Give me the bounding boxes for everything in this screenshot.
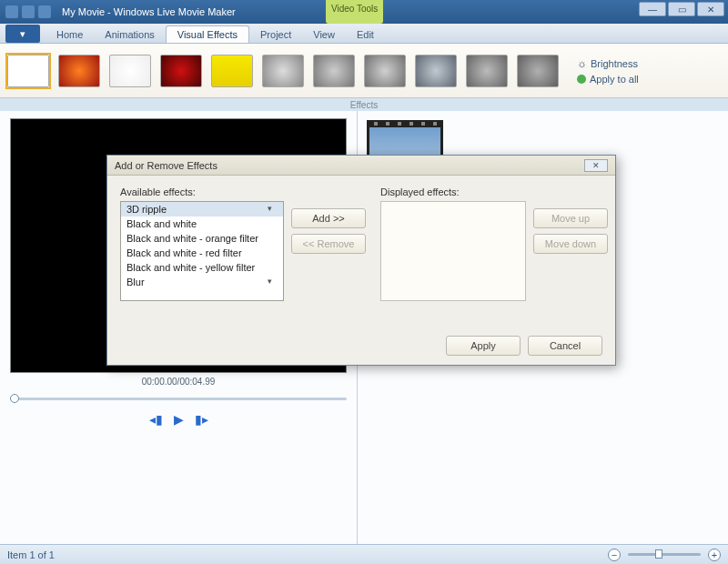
add-remove-effects-dialog: Add or Remove Effects ✕ Available effect… (106, 155, 616, 366)
zoom-thumb[interactable] (655, 549, 662, 559)
available-effects-label: Available effects: (120, 186, 284, 197)
list-item[interactable]: Black and white - orange filter (121, 231, 283, 246)
cancel-button[interactable]: Cancel (528, 336, 602, 356)
apply-button[interactable]: Apply (446, 336, 521, 356)
zoom-in-button[interactable]: + (708, 549, 721, 561)
add-button[interactable]: Add >> (291, 208, 366, 228)
displayed-effects-listbox[interactable] (380, 201, 526, 301)
list-item[interactable]: Blur▾ (121, 275, 283, 289)
move-down-button[interactable]: Move down (533, 234, 608, 254)
zoom-out-button[interactable]: − (608, 549, 621, 561)
dropdown-arrow-icon: ▾ (268, 204, 272, 213)
list-item[interactable]: 3D ripple▾ (121, 202, 283, 217)
dialog-title-text: Add or Remove Effects (115, 160, 217, 171)
modal-overlay: Add or Remove Effects ✕ Available effect… (0, 0, 728, 564)
remove-button[interactable]: << Remove (291, 234, 366, 254)
dropdown-arrow-icon: ▾ (268, 277, 272, 286)
list-item[interactable]: Black and white - yellow filter (121, 260, 283, 275)
status-item-count: Item 1 of 1 (7, 549, 55, 560)
available-effects-listbox[interactable]: 3D ripple▾ Black and white Black and whi… (120, 201, 284, 301)
displayed-effects-label: Displayed effects: (380, 186, 526, 197)
list-item[interactable]: Black and white (121, 217, 283, 231)
dialog-titlebar[interactable]: Add or Remove Effects ✕ (107, 156, 615, 176)
zoom-slider[interactable] (628, 553, 701, 556)
dialog-close-button[interactable]: ✕ (584, 159, 608, 172)
status-bar: Item 1 of 1 − + (0, 544, 728, 564)
zoom-controls: − + (608, 549, 721, 561)
move-up-button[interactable]: Move up (533, 208, 608, 228)
list-item[interactable]: Black and white - red filter (121, 246, 283, 260)
